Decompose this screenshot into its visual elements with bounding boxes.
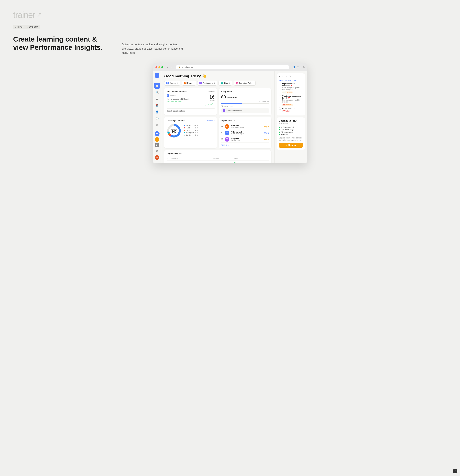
greeting-text: Good morning, Ricky 👋 [164,74,271,78]
browser-traffic-lights [155,66,163,68]
week-label: This week [206,91,214,93]
account-icon[interactable]: 👤 [293,66,296,68]
col-num: # [167,158,171,159]
browser-action-buttons: 👤 ⬆ + ⧉ [293,66,305,68]
add-task-row[interactable]: + Add new task to do... [279,79,303,81]
sidebar-item-search[interactable]: 🔍 [154,89,160,95]
learner-item-3: #3 FD Friza Dipa Jr Animation 100pts [221,136,269,143]
sidebar-item-image[interactable]: 🖼 [154,96,160,102]
see-all-issued-link[interactable]: See all issued contents › [167,108,214,112]
sparkline-chart [205,102,214,106]
issues-number: 16 [205,94,214,100]
learner-role-2: Bi UI/UX Designer [231,133,263,135]
top-cards-grid: Most issued content ⓘ This week C Course… [164,88,271,115]
todo-due-2: 📅 Tomorrow [282,104,293,106]
sidebar-badge: ⟶ [156,79,158,81]
todo-checkbox-1[interactable] [279,83,281,85]
upgrade-button[interactable]: ⚡ Upgrade [279,143,303,148]
progress-fill [221,103,242,104]
legend-overdue: Overdue 4 % [184,129,198,131]
assignment-icon: A [199,82,202,85]
todo-item-1: Improve quiz for designers 🚩 Need to imp… [279,83,303,94]
in-progress-dot [184,132,185,133]
col-questions: Questions [212,158,233,159]
sidebar-logo[interactable]: t [155,73,159,78]
create-action-bar: C Course + P Page + A Assignment + Q Qui… [164,81,271,85]
page-title: Create learning content & view Performan… [13,35,108,52]
close-dot[interactable] [155,66,157,68]
url-text: trenning.app [182,66,193,68]
learner-role-1: Jr UI/UX Designer [231,127,262,128]
todo-content-2: Create new assignment for HR 🚩 New assig… [282,95,303,106]
browser-nav-controls: ‹ › [167,66,172,69]
learner-pts-3: 100pts [263,138,269,140]
sidebar-item-store[interactable]: 🛍 [154,122,160,128]
url-bar[interactable]: 🔒 trenning.app [176,65,289,69]
main-content: Good morning, Ricky 👋 C Course + P Page … [161,71,274,163]
progress-bar [221,103,269,104]
donut-chart-container: Contents 140 Passed 84 % [167,123,214,138]
browser-window: ‹ › 🔒 trenning.app 👤 ⬆ + ⧉ t ⟶ 🏠 🔍 🖼 📚 👤… [153,63,307,163]
create-learning-path-button[interactable]: L Learning Path + [234,81,256,85]
browser-toolbar: ‹ › 🔒 trenning.app 👤 ⬆ + ⧉ [153,63,307,71]
learner-avatar-3: FD [225,137,229,142]
sidebar-item-home[interactable]: 🏠 [154,83,160,89]
bottom-cards-grid: Learning Content ⓘ By status ▾ [164,117,271,148]
not-started-dot [184,135,185,136]
tabs-icon[interactable]: ⧉ [303,66,305,68]
sidebar-item-settings[interactable]: ⚙ [154,148,160,154]
new-tab-icon[interactable]: + [300,66,302,68]
legend-in-progress: In Progress 4 % [184,132,198,134]
sidebar-item-users[interactable]: 👤 [154,109,160,115]
todo-sub-1: Need to improve quiz for new designers [282,87,303,91]
failed-dot [184,127,185,128]
legend-failed: Failed 4 % [184,127,198,129]
create-quiz-button[interactable]: Q Quiz + [219,81,232,85]
minimize-dot[interactable] [158,66,160,68]
ungraded-quiz-title: Ungraded Quiz ⓘ [167,153,183,155]
brand-logo: trainer ↗ [13,10,447,20]
row1-learner: AI Adit Irwan [233,162,254,163]
info-icon-learner: ⓘ [233,119,235,122]
create-page-button[interactable]: P Page + [182,81,196,85]
create-course-button[interactable]: C Course + [164,81,180,85]
learner-avatar-2: AI [225,131,229,135]
todo-header: To Do List ⓘ [279,75,303,78]
back-button[interactable]: ‹ [167,66,169,69]
course-type-icon: C [167,94,169,97]
todo-checkbox-2[interactable] [279,95,281,97]
rank-2: #2 [221,132,223,134]
maximize-dot[interactable] [161,66,163,68]
top-learner-header: Top Learner ⓘ [221,119,269,122]
feature-dot-2 [279,129,280,130]
rank-3: #3 [221,138,223,140]
view-all-learners-link[interactable]: View all ↗ [221,144,269,146]
right-panel: To Do List ⓘ + Add new task to do... Imp… [274,71,307,163]
issues-label: Issues [205,100,214,102]
learning-content-title: Learning Content ⓘ [167,119,185,122]
sidebar-item-library[interactable]: 📚 [154,102,160,108]
assignment-link-icon: A [223,109,225,112]
forward-button[interactable]: › [170,66,172,69]
sidebar-item-history[interactable]: 🕐 [154,116,160,121]
notification-icon[interactable]: ! [155,137,159,142]
sidebar-add-button[interactable]: + [155,131,160,136]
share-icon[interactable]: ⬆ [297,66,299,68]
see-all-assignment-link[interactable]: A See all assignment › [221,108,269,113]
learner-avatar-1: AB [225,124,229,129]
todo-card: To Do List ⓘ + Add new task to do... Imp… [277,73,305,115]
feature-1: Intelegent content [279,126,303,128]
feature-dot-1 [279,127,280,128]
user-avatar[interactable]: RF [155,155,159,160]
learner-info-3: Friza Dipa Jr Animation [231,137,262,141]
todo-text-3: Create new quiz [282,107,295,109]
assignment-card: Assignment ⓘ 80 submitted 100 remaining [219,88,271,115]
status-filter-button[interactable]: By status ▾ [207,119,214,121]
info-icon-quiz: ⓘ [181,153,183,155]
legend: Passed 84 % Failed 4 % [184,125,198,137]
todo-checkbox-3[interactable] [279,107,281,110]
create-assignment-button[interactable]: A Assignment + [197,81,217,85]
todo-item-3: Create new quiz 📅 Today [279,107,303,112]
feature-4: And More [279,134,303,136]
media-icon[interactable]: ▶ [155,143,159,147]
